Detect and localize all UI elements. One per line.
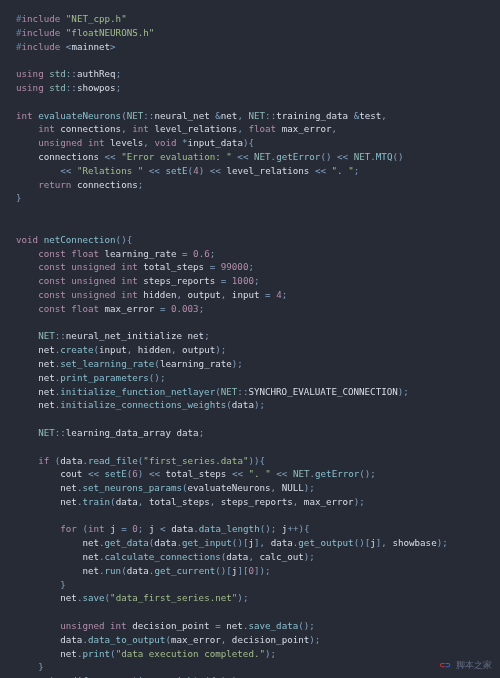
- line: }: [16, 192, 22, 203]
- line: }: [16, 661, 44, 672]
- line: #include "floatNEURONS.h": [16, 27, 154, 38]
- line: return connections;: [16, 179, 143, 190]
- line: NET::neural_net_initialize net;: [16, 330, 210, 341]
- line: void netConnection(){: [16, 234, 132, 245]
- line: net.save("data_first_series.net");: [16, 592, 248, 603]
- line: net.train(data, total_steps, steps_repor…: [16, 496, 365, 507]
- line: net.initialize_function_netlayer(NET::SY…: [16, 386, 409, 397]
- line: for (int j = 0; j < data.data_length(); …: [16, 523, 310, 534]
- line: unsigned int levels, void *input_data){: [16, 137, 254, 148]
- line: if (data.read_file("first_series.data"))…: [16, 455, 265, 466]
- line: }: [16, 579, 66, 590]
- line: const float learning_rate = 0.6;: [16, 248, 215, 259]
- line: net.calculate_connections(data, calc_out…: [16, 551, 315, 562]
- line: const float max_error = 0.003;: [16, 303, 204, 314]
- line: net.print("data execution completed.");: [16, 648, 276, 659]
- line: << "Relations " << setE(4) << level_rela…: [16, 165, 359, 176]
- line: int evaluateNeurons(NET::neural_net &net…: [16, 110, 387, 121]
- line: NET::learning_data_array data;: [16, 427, 204, 438]
- line: net.print_parameters();: [16, 372, 165, 383]
- line: net.get_data(data.get_input()[j], data.g…: [16, 537, 448, 548]
- line: cout << setE(6) << total_steps << ". " <…: [16, 468, 376, 479]
- code-block: #include "NET_cpp.h" #include "floatNEUR…: [16, 12, 484, 678]
- line: const unsigned int hidden, output, input…: [16, 289, 287, 300]
- line: net.run(data.get_current()[j][0]);: [16, 565, 271, 576]
- line: #include <mainnet>: [16, 41, 116, 52]
- line: int connections, int level_relations, fl…: [16, 123, 337, 134]
- line: #include "NET_cpp.h": [16, 13, 127, 24]
- line: const unsigned int steps_reports = 1000;: [16, 275, 260, 286]
- line: connections << "Error evaluation: " << N…: [16, 151, 404, 162]
- line: unsigned int decision_point = net.save_d…: [16, 620, 315, 631]
- line: const unsigned int total_steps = 99000;: [16, 261, 254, 272]
- line: using std::authReq;: [16, 68, 121, 79]
- line: net.set_neurons_params(evaluateNeurons, …: [16, 482, 315, 493]
- line: net.set_learning_rate(learning_rate);: [16, 358, 243, 369]
- watermark-logo: ⊂⊃ 脚本之家: [440, 659, 492, 673]
- line: net.initialize_connections_weights(data)…: [16, 399, 265, 410]
- line: using std::showpos;: [16, 82, 121, 93]
- line: data.data_to_output(max_error, decision_…: [16, 634, 320, 645]
- line: net.create(input, hidden, output);: [16, 344, 226, 355]
